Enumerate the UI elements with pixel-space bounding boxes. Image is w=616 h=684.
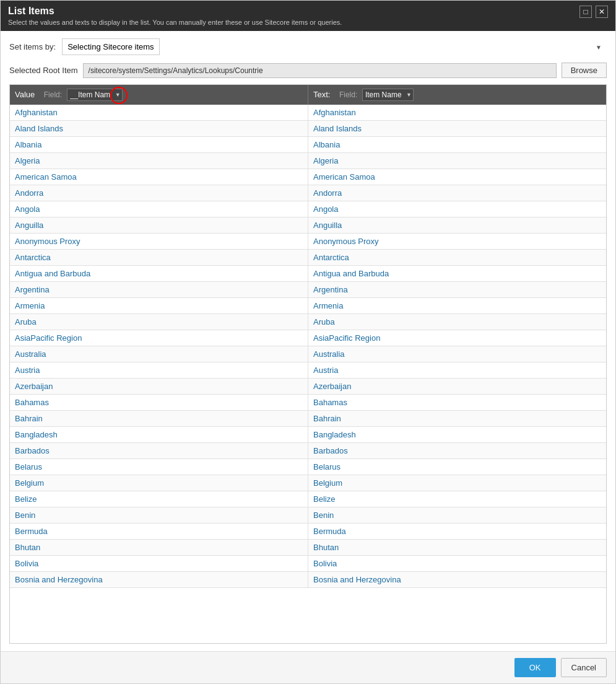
table-cell-value: Belarus bbox=[10, 459, 308, 475]
table-cell-text: American Samoa bbox=[308, 169, 607, 185]
ok-button[interactable]: OK bbox=[514, 658, 556, 677]
table-cell-value: Algeria bbox=[10, 153, 308, 169]
table-cell-value: Bosnia and Herzegovina bbox=[10, 572, 308, 588]
table-cell-value: Anonymous Proxy bbox=[10, 234, 308, 250]
table-row: Aland IslandsAland Islands bbox=[10, 121, 606, 137]
table-cell-value: Bolivia bbox=[10, 556, 308, 572]
set-items-select[interactable]: Selecting Sitecore items bbox=[62, 38, 160, 55]
table-row: ArmeniaArmenia bbox=[10, 298, 606, 314]
table-row: AlgeriaAlgeria bbox=[10, 153, 606, 169]
table-cell-text: Anonymous Proxy bbox=[308, 234, 607, 250]
value-field-select[interactable]: __Item Nam bbox=[67, 89, 123, 101]
table-cell-value: Benin bbox=[10, 507, 308, 524]
table-row: AustraliaAustralia bbox=[10, 346, 606, 362]
dialog-title-content: List Items Select the values and texts t… bbox=[8, 6, 573, 26]
table-cell-text: Bhutan bbox=[308, 540, 607, 556]
table-cell-value: Bahrain bbox=[10, 411, 308, 427]
table-cell-value: Argentina bbox=[10, 282, 308, 298]
list-items-table-container[interactable]: Value Field: __Item Nam ▼ bbox=[9, 84, 607, 644]
table-cell-text: Argentina bbox=[308, 282, 607, 298]
table-cell-text: Afghanistan bbox=[308, 105, 607, 121]
table-row: AndorraAndorra bbox=[10, 185, 606, 201]
table-row: BelizeBelize bbox=[10, 491, 606, 507]
table-cell-value: Anguilla bbox=[10, 217, 308, 234]
table-cell-value: Austria bbox=[10, 362, 308, 379]
table-row: AnguillaAnguilla bbox=[10, 217, 606, 234]
table-cell-value: American Samoa bbox=[10, 169, 308, 185]
table-cell-value: Armenia bbox=[10, 298, 308, 314]
table-row: BermudaBermuda bbox=[10, 524, 606, 540]
table-cell-value: Antigua and Barbuda bbox=[10, 266, 308, 282]
table-cell-value: Andorra bbox=[10, 185, 308, 201]
table-row: AntarcticaAntarctica bbox=[10, 250, 606, 266]
table-cell-text: Antigua and Barbuda bbox=[308, 266, 607, 282]
minimize-button[interactable]: □ bbox=[579, 6, 592, 18]
dialog-titlebar: List Items Select the values and texts t… bbox=[1, 1, 615, 31]
table-cell-text: Bermuda bbox=[308, 524, 607, 540]
table-header-row: Value Field: __Item Nam ▼ bbox=[10, 85, 606, 105]
text-column-header: Text: Field: Item Name ▼ bbox=[308, 85, 607, 105]
table-cell-text: Anguilla bbox=[308, 217, 607, 234]
list-items-dialog: List Items Select the values and texts t… bbox=[0, 0, 616, 684]
table-row: ArgentinaArgentina bbox=[10, 282, 606, 298]
table-cell-text: Antarctica bbox=[308, 250, 607, 266]
text-field-select-wrapper: Item Name ▼ bbox=[362, 89, 414, 101]
table-row: BeninBenin bbox=[10, 507, 606, 524]
table-cell-value: Belize bbox=[10, 491, 308, 507]
selected-root-row: Selected Root Item /sitecore/system/Sett… bbox=[9, 63, 607, 78]
dialog-title: List Items bbox=[8, 6, 573, 17]
table-cell-value: Barbados bbox=[10, 443, 308, 459]
table-body: AfghanistanAfghanistanAland IslandsAland… bbox=[10, 105, 606, 588]
value-field-label: Field: bbox=[44, 90, 62, 99]
table-cell-value: Aruba bbox=[10, 314, 308, 330]
text-col-prefix: Text: bbox=[313, 90, 330, 99]
table-cell-text: Australia bbox=[308, 346, 607, 362]
table-row: ArubaAruba bbox=[10, 314, 606, 330]
dialog-body: Set items by: Selecting Sitecore items S… bbox=[1, 31, 615, 651]
table-row: BelgiumBelgium bbox=[10, 475, 606, 491]
table-cell-text: AsiaPacific Region bbox=[308, 330, 607, 346]
table-row: AlbaniaAlbania bbox=[10, 137, 606, 153]
table-row: BelarusBelarus bbox=[10, 459, 606, 475]
table-cell-value: Bangladesh bbox=[10, 427, 308, 443]
table-cell-text: Bangladesh bbox=[308, 427, 607, 443]
table-cell-text: Angola bbox=[308, 201, 607, 217]
table-row: Anonymous ProxyAnonymous Proxy bbox=[10, 234, 606, 250]
table-cell-value: Australia bbox=[10, 346, 308, 362]
table-cell-value: Antarctica bbox=[10, 250, 308, 266]
value-field-select-wrapper: __Item Nam ▼ bbox=[67, 89, 123, 101]
table-cell-text: Belarus bbox=[308, 459, 607, 475]
table-cell-text: Benin bbox=[308, 507, 607, 524]
table-cell-value: Bhutan bbox=[10, 540, 308, 556]
cancel-button[interactable]: Cancel bbox=[561, 658, 607, 677]
table-row: BoliviaBolivia bbox=[10, 556, 606, 572]
table-row: BahamasBahamas bbox=[10, 395, 606, 411]
table-row: AzerbaijanAzerbaijan bbox=[10, 379, 606, 395]
table-row: Bosnia and HerzegovinaBosnia and Herzego… bbox=[10, 572, 606, 588]
value-column-header: Value Field: __Item Nam ▼ bbox=[10, 85, 308, 105]
table-cell-text: Bahamas bbox=[308, 395, 607, 411]
table-cell-text: Bosnia and Herzegovina bbox=[308, 572, 607, 588]
table-cell-value: Azerbaijan bbox=[10, 379, 308, 395]
text-field-label: Field: bbox=[339, 90, 357, 99]
table-row: AustriaAustria bbox=[10, 362, 606, 379]
table-cell-text: Azerbaijan bbox=[308, 379, 607, 395]
table-cell-value: Afghanistan bbox=[10, 105, 308, 121]
table-row: AngolaAngola bbox=[10, 201, 606, 217]
table-cell-text: Algeria bbox=[308, 153, 607, 169]
table-cell-text: Belgium bbox=[308, 475, 607, 491]
table-row: AfghanistanAfghanistan bbox=[10, 105, 606, 121]
table-row: BangladeshBangladesh bbox=[10, 427, 606, 443]
dialog-title-buttons: □ ✕ bbox=[579, 6, 608, 18]
table-cell-text: Austria bbox=[308, 362, 607, 379]
table-row: BahrainBahrain bbox=[10, 411, 606, 427]
table-cell-text: Barbados bbox=[308, 443, 607, 459]
table-cell-value: AsiaPacific Region bbox=[10, 330, 308, 346]
browse-button[interactable]: Browse bbox=[562, 63, 607, 78]
root-path-display: /sitecore/system/Settings/Analytics/Look… bbox=[83, 63, 557, 78]
table-cell-value: Aland Islands bbox=[10, 121, 308, 137]
table-row: Antigua and BarbudaAntigua and Barbuda bbox=[10, 266, 606, 282]
close-button[interactable]: ✕ bbox=[596, 6, 608, 18]
text-field-select[interactable]: Item Name bbox=[362, 89, 414, 101]
table-cell-value: Bahamas bbox=[10, 395, 308, 411]
